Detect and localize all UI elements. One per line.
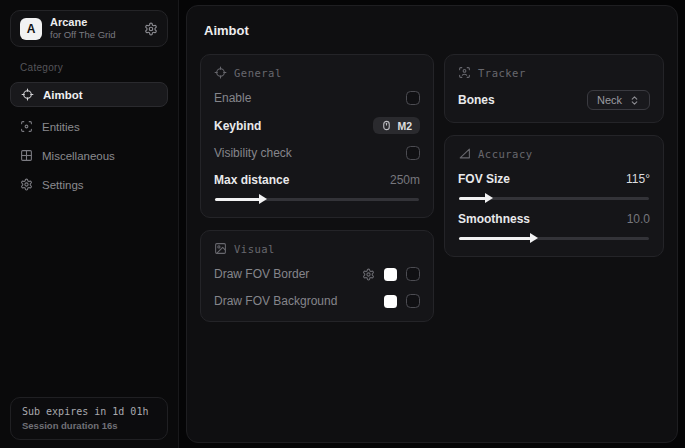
scan-eye-icon [20, 120, 33, 133]
max-distance-slider[interactable] [215, 198, 419, 201]
fov-size-slider[interactable] [459, 197, 649, 200]
fov-border-checkbox[interactable] [406, 267, 420, 281]
crosshair-icon [21, 88, 34, 101]
visibility-checkbox[interactable] [406, 146, 420, 160]
sidebar-item-label: Entities [42, 121, 80, 133]
draw-fov-border-label: Draw FOV Border [214, 267, 309, 281]
draw-fov-border-row: Draw FOV Border [214, 266, 420, 282]
sidebar-item-label: Aimbot [43, 89, 83, 101]
brand-card: A Arcane for Off The Grid [10, 10, 168, 47]
main-panel: Aimbot General Enable Keybind [186, 5, 678, 443]
sidebar-item-miscellaneous[interactable]: Miscellaneous [10, 143, 168, 168]
fov-border-color-swatch[interactable] [384, 268, 397, 281]
fov-border-settings-gear-icon[interactable] [362, 268, 375, 281]
triangle-ruler-icon [458, 147, 471, 160]
bones-row: Bones Neck [458, 90, 650, 110]
sidebar-item-label: Miscellaneous [42, 150, 115, 162]
fov-size-value: 115° [626, 172, 650, 186]
accuracy-card: Accuracy FOV Size 115° Smoothness 10.0 [444, 135, 664, 257]
card-title-accuracy: Accuracy [478, 148, 533, 160]
draw-fov-background-row: Draw FOV Background [214, 293, 420, 309]
app-title: Arcane [50, 16, 136, 30]
max-distance-label: Max distance [214, 173, 289, 187]
max-distance-value: 250m [390, 173, 420, 187]
bones-label: Bones [458, 93, 495, 107]
keybind-row: Keybind M2 [214, 117, 420, 134]
app-subtitle: for Off The Grid [50, 29, 136, 41]
enable-checkbox[interactable] [406, 91, 420, 105]
fov-size-row: FOV Size 115° [458, 171, 650, 187]
max-distance-row: Max distance 250m [214, 172, 420, 188]
sidebar-item-label: Settings [42, 179, 84, 191]
card-title-visual: Visual [234, 243, 275, 255]
bones-select[interactable]: Neck [587, 90, 650, 110]
category-label: Category [20, 62, 158, 73]
page-title: Aimbot [204, 23, 664, 38]
draw-fov-background-label: Draw FOV Background [214, 294, 337, 308]
sidebar-item-settings[interactable]: Settings [10, 172, 168, 197]
slider-thumb[interactable] [530, 233, 538, 243]
image-icon [214, 242, 227, 255]
fov-background-color-swatch[interactable] [384, 295, 397, 308]
keybind-value: M2 [397, 120, 412, 132]
visibility-check-label: Visibility check [214, 146, 292, 160]
smoothness-value: 10.0 [627, 212, 650, 226]
smoothness-slider[interactable] [459, 237, 649, 240]
fov-background-checkbox[interactable] [406, 294, 420, 308]
grid-icon [20, 149, 33, 162]
slider-thumb[interactable] [259, 194, 267, 204]
brand-gear-icon[interactable] [144, 22, 158, 36]
app-logo: A [20, 18, 42, 40]
gear-icon [20, 178, 33, 191]
enable-label: Enable [214, 91, 251, 105]
visibility-check-row: Visibility check [214, 145, 420, 161]
slider-thumb[interactable] [485, 193, 493, 203]
visual-card: Visual Draw FOV Border Draw FOV Backgrou… [200, 230, 434, 322]
sub-expires-text: Sub expires in 1d 01h [22, 406, 156, 417]
tracker-card: Tracker Bones Neck [444, 54, 664, 123]
sidebar: A Arcane for Off The Grid Category Aimbo… [0, 0, 179, 448]
smoothness-row: Smoothness 10.0 [458, 211, 650, 227]
mouse-icon [381, 120, 392, 131]
sidebar-item-entities[interactable]: Entities [10, 114, 168, 139]
card-title-tracker: Tracker [478, 67, 526, 79]
sidebar-item-aimbot[interactable]: Aimbot [10, 82, 168, 107]
chevrons-up-down-icon [629, 95, 640, 106]
app-window: A Arcane for Off The Grid Category Aimbo… [0, 0, 685, 448]
crosshair-icon [214, 66, 227, 79]
sidebar-nav: Aimbot Entities Miscellaneous Settings [10, 82, 168, 197]
session-duration-text: Session duration 16s [22, 420, 156, 431]
fov-size-label: FOV Size [458, 172, 510, 186]
smoothness-label: Smoothness [458, 212, 530, 226]
bones-selected-value: Neck [597, 94, 622, 106]
keybind-button[interactable]: M2 [373, 117, 420, 134]
general-card: General Enable Keybind M2 V [200, 54, 434, 218]
keybind-label: Keybind [214, 119, 261, 133]
tracker-icon [458, 66, 471, 79]
card-title-general: General [234, 67, 282, 79]
subscription-card: Sub expires in 1d 01h Session duration 1… [10, 397, 168, 440]
enable-row: Enable [214, 90, 420, 106]
